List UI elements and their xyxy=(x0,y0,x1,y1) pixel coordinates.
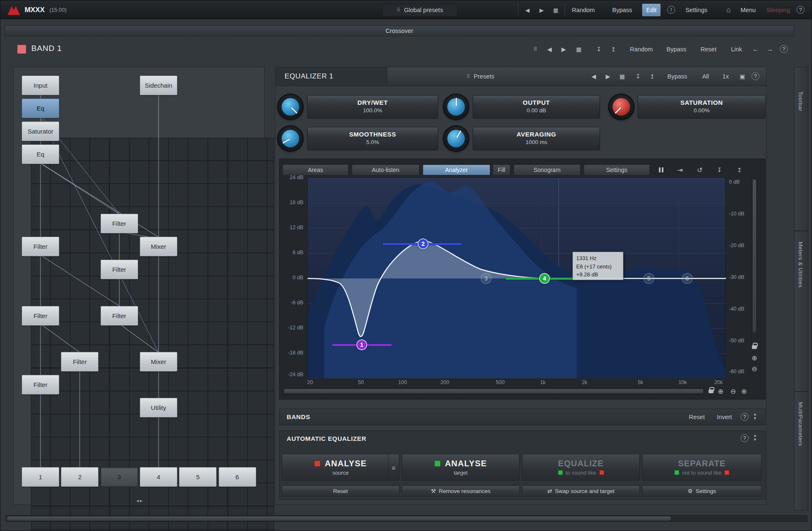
step-icon[interactable]: ⇥ xyxy=(674,164,686,175)
eq-preset-prev-button[interactable]: ◀ xyxy=(588,71,600,82)
preset-prev-button[interactable]: ◀ xyxy=(522,5,533,15)
bands-help-icon[interactable]: ? xyxy=(741,413,749,421)
band-6-handle[interactable]: 6 xyxy=(682,273,693,284)
averaging-panel[interactable]: AVERAGING 1000 ms xyxy=(473,127,600,150)
copy-icon[interactable]: ↧ xyxy=(593,43,605,55)
band-link-button[interactable]: Link xyxy=(726,43,747,55)
separate-button[interactable]: SEPARATE not to sound like xyxy=(642,454,762,480)
random-button[interactable]: Random xyxy=(568,0,599,19)
main-hscrollbar[interactable] xyxy=(5,515,807,522)
sleeping-indicator[interactable]: Sleeping xyxy=(763,0,793,19)
analyse-source-button[interactable]: ANALYSE source ≡ xyxy=(282,454,399,480)
plot-vscrollbar[interactable] xyxy=(751,177,757,339)
paste-icon[interactable]: ↥ xyxy=(608,43,619,55)
help-icon[interactable]: ? xyxy=(797,6,804,14)
home-icon[interactable]: ⌂ xyxy=(723,5,734,15)
import-icon[interactable]: ↥ xyxy=(733,164,746,175)
eq-paste-icon[interactable]: ↥ xyxy=(646,71,658,82)
module-6[interactable]: 6 xyxy=(219,467,256,487)
band-3-handle[interactable]: 3 xyxy=(481,273,492,284)
eq-oversampling-button[interactable]: 1x xyxy=(717,71,734,82)
analyse-target-button[interactable]: ANALYSE target xyxy=(402,454,519,480)
module-filter[interactable]: Filter xyxy=(22,237,59,256)
module-sidechain[interactable]: Sidechain xyxy=(140,76,177,95)
eq-preset-next-button[interactable]: ▶ xyxy=(602,71,614,82)
module-mixer[interactable]: Mixer xyxy=(140,237,177,256)
lock-icon[interactable] xyxy=(752,345,757,349)
tab-sonogram[interactable]: Sonogram xyxy=(514,164,580,175)
module-3[interactable]: 3 xyxy=(101,467,138,487)
auto-eq-collapse-control[interactable]: ▲ ▼ xyxy=(753,433,757,442)
zoom-in-icon[interactable]: ⊕ xyxy=(740,387,748,395)
band-reset-button[interactable]: Reset xyxy=(696,43,721,55)
tab-fill[interactable]: Fill xyxy=(493,164,510,175)
auto-eq-reset-button[interactable]: Reset xyxy=(282,485,399,496)
global-presets-button[interactable]: ⠿ Global presets xyxy=(382,4,457,16)
module-utility[interactable]: Utility xyxy=(140,398,177,417)
equalize-button[interactable]: EQUALIZE to sound like xyxy=(522,454,640,480)
remove-resonances-button[interactable]: ⚒ Remove resonances xyxy=(402,485,519,496)
band-2-handle[interactable]: 2 xyxy=(418,238,429,249)
arrow-right-icon[interactable]: → xyxy=(764,43,776,55)
pause-icon[interactable] xyxy=(655,164,667,175)
edit-button[interactable]: Edit xyxy=(642,4,661,16)
warning-icon[interactable]: ! xyxy=(667,6,675,14)
equalizer-title-tab[interactable]: EQUALIZER 1 xyxy=(275,67,387,86)
tab-settings[interactable]: Settings xyxy=(584,164,650,175)
smoothness-panel[interactable]: SMOOTHNESS 5.0% xyxy=(307,127,438,150)
bands-reset-button[interactable]: Reset xyxy=(685,411,709,423)
smoothness-knob[interactable] xyxy=(278,126,303,151)
band-bypass-button[interactable]: Bypass xyxy=(661,43,691,55)
dry-wet-knob[interactable] xyxy=(278,95,303,119)
tab-analyzer[interactable]: Analyzer xyxy=(423,164,490,175)
module-filter[interactable]: Filter xyxy=(61,352,98,372)
module-1[interactable]: 1 xyxy=(22,467,59,487)
saturation-panel[interactable]: SATURATION 0.00% xyxy=(638,95,766,119)
eq-randomize-icon[interactable]: ▦ xyxy=(616,71,628,82)
swap-source-target-button[interactable]: ⇄ Swap source and target xyxy=(522,485,640,496)
module-eq[interactable]: Eq xyxy=(22,144,59,164)
output-panel[interactable]: OUTPUT 0.00 dB xyxy=(473,95,600,119)
preset-next-button[interactable]: ▶ xyxy=(536,5,547,15)
module-saturator[interactable]: Saturator xyxy=(22,121,59,141)
module-filter[interactable]: Filter xyxy=(101,214,138,233)
dry-wet-panel[interactable]: DRY/WET 100.0% xyxy=(307,95,438,119)
band-color-swatch[interactable] xyxy=(17,45,26,54)
output-knob[interactable] xyxy=(444,95,468,119)
grid-icon[interactable]: ⠿ xyxy=(530,43,541,55)
averaging-knob[interactable] xyxy=(444,126,468,151)
eq-bypass-button[interactable]: Bypass xyxy=(662,71,692,82)
bands-collapse-control[interactable]: ▲ ▼ xyxy=(753,412,757,421)
band-1-handle[interactable]: 1 xyxy=(356,339,367,350)
bands-invert-button[interactable]: Invert xyxy=(711,411,737,423)
module-input[interactable]: Input xyxy=(22,76,59,95)
band-next-button[interactable]: ▶ xyxy=(558,43,570,55)
module-mixer[interactable]: Mixer xyxy=(140,352,177,372)
menu-button[interactable]: Menu xyxy=(737,0,759,19)
lock-icon[interactable] xyxy=(709,389,714,393)
zoom-in-icon[interactable]: ⊕ xyxy=(716,387,725,395)
auto-eq-settings-button[interactable]: ⚙ Settings xyxy=(642,485,762,496)
eq-help-icon[interactable]: ? xyxy=(751,72,759,80)
module-filter[interactable]: Filter xyxy=(22,375,59,394)
band-4-handle[interactable]: 4 xyxy=(539,273,550,284)
band-help-icon[interactable]: ? xyxy=(780,45,788,53)
saturation-knob[interactable] xyxy=(609,95,633,119)
arrow-left-icon[interactable]: ← xyxy=(750,43,762,55)
eq-all-button[interactable]: All xyxy=(696,71,715,82)
plot-hscrollbar[interactable] xyxy=(282,388,705,394)
module-filter[interactable]: Filter xyxy=(22,306,59,326)
crossover-bar[interactable]: Crossover xyxy=(5,25,794,36)
zoom-out-icon[interactable]: ⊖ xyxy=(729,387,737,395)
band-5-handle[interactable]: 5 xyxy=(643,273,654,284)
zoom-in-icon[interactable]: ⊕ xyxy=(750,354,759,362)
eq-copy-icon[interactable]: ↧ xyxy=(632,71,644,82)
export-icon[interactable]: ↧ xyxy=(713,164,726,175)
module-5[interactable]: 5 xyxy=(179,467,217,487)
module-filter[interactable]: Filter xyxy=(101,306,138,326)
tab-auto-listen[interactable]: Auto-listen xyxy=(352,164,419,175)
eq-presets-button[interactable]: ⠿ Presets xyxy=(426,70,535,83)
reset-analysis-icon[interactable]: ↺ xyxy=(693,164,706,175)
auto-eq-help-icon[interactable]: ? xyxy=(741,434,749,442)
module-2[interactable]: 2 xyxy=(61,467,98,487)
